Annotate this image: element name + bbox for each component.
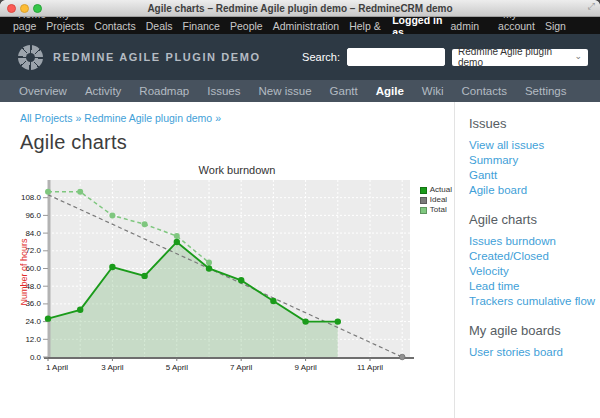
window-titlebar: Agile charts – Redmine Agile plugin demo… — [0, 0, 600, 17]
legend-label: Total — [430, 206, 447, 214]
app-header: REDMINE AGILE PLUGIN DEMO Search: Redmin… — [0, 34, 600, 80]
sidebar-link-agile-board[interactable]: Agile board — [469, 183, 600, 198]
svg-text:12.0: 12.0 — [25, 335, 41, 344]
svg-text:84.0: 84.0 — [25, 229, 41, 238]
sidebar-heading: Agile charts — [469, 212, 600, 227]
fullscreen-icon[interactable]: ⤢ — [588, 2, 595, 11]
legend-row: Actual — [420, 186, 452, 194]
search-label: Search: — [302, 51, 340, 63]
top-menu-item[interactable]: Deals — [141, 20, 178, 32]
svg-text:108.0: 108.0 — [21, 193, 42, 202]
sidebar-link-created-closed[interactable]: Created/Closed — [469, 249, 600, 264]
svg-text:0.0: 0.0 — [30, 353, 42, 362]
svg-text:3 April: 3 April — [101, 363, 123, 372]
chevron-down-icon: ⌄ — [574, 52, 582, 61]
sidebar-link-issues-burndown[interactable]: Issues burndown — [469, 234, 600, 249]
legend-swatch-icon — [420, 187, 427, 194]
breadcrumb-separator: » — [76, 112, 82, 124]
main-area: All Projects»Redmine Agile plugin demo» … — [0, 102, 454, 418]
legend-label: Ideal — [430, 196, 447, 204]
breadcrumb-link[interactable]: All Projects — [20, 112, 73, 124]
tab-settings[interactable]: Settings — [516, 85, 576, 97]
chart-legend: ActualIdealTotal — [420, 186, 452, 214]
legend-row: Ideal — [420, 196, 452, 204]
sidebar-link-view-all-issues[interactable]: View all issues — [469, 138, 600, 153]
breadcrumb-link[interactable]: Redmine Agile plugin demo — [84, 112, 212, 124]
tab-new-issue[interactable]: New issue — [249, 85, 320, 97]
legend-swatch-icon — [420, 197, 427, 204]
app-title: REDMINE AGILE PLUGIN DEMO — [53, 51, 261, 63]
page-title: Agile charts — [20, 131, 454, 154]
project-select[interactable]: Redmine Agile plugin demo ⌄ — [452, 49, 588, 66]
sidebar-heading: My agile boards — [469, 323, 600, 338]
legend-swatch-icon — [420, 207, 427, 214]
sidebar-link-trackers-cumulative-flow[interactable]: Trackers cumulative flow — [469, 294, 600, 309]
project-select-value: Redmine Agile plugin demo — [458, 46, 574, 68]
sidebar-link-lead-time[interactable]: Lead time — [469, 279, 600, 294]
top-menu-item[interactable]: Projects — [41, 20, 89, 32]
tab-roadmap[interactable]: Roadmap — [130, 85, 198, 97]
app-window: Agile charts – Redmine Agile plugin demo… — [0, 0, 600, 418]
top-menu-item[interactable]: Finance — [178, 20, 225, 32]
sidebar-link-velocity[interactable]: Velocity — [469, 264, 600, 279]
logged-in-user-link[interactable]: admin — [445, 20, 484, 32]
content: All Projects»Redmine Agile plugin demo» … — [0, 102, 600, 418]
sidebar-heading: Issues — [469, 116, 600, 131]
top-menu-bar: HomeMy pageProjectsContactsDealsFinanceP… — [0, 17, 600, 34]
svg-text:Number of hours: Number of hours — [20, 238, 29, 306]
sidebar-link-user-stories-board[interactable]: User stories board — [469, 345, 600, 360]
search-input[interactable] — [347, 48, 445, 66]
svg-text:5 April: 5 April — [166, 363, 188, 372]
window-title: Agile charts – Redmine Agile plugin demo… — [0, 3, 600, 14]
svg-text:1 April: 1 April — [46, 363, 68, 372]
sidebar-link-gantt[interactable]: Gantt — [469, 168, 600, 183]
redmine-agile-logo-icon — [18, 45, 43, 70]
chart-canvas: 0.012.024.036.048.060.072.084.096.0108.0… — [20, 177, 454, 375]
search-group: Search: Redmine Agile plugin demo ⌄ — [302, 48, 588, 66]
legend-label: Actual — [430, 186, 452, 194]
tab-overview[interactable]: Overview — [10, 85, 76, 97]
svg-text:11 April: 11 April — [357, 363, 383, 372]
tab-wiki[interactable]: Wiki — [413, 85, 453, 97]
svg-text:24.0: 24.0 — [25, 317, 41, 326]
top-menu-item[interactable]: Contacts — [89, 20, 140, 32]
tab-issues[interactable]: Issues — [198, 85, 249, 97]
sidebar: IssuesView all issuesSummaryGanttAgile b… — [454, 102, 600, 418]
svg-text:96.0: 96.0 — [25, 211, 41, 220]
tab-activity[interactable]: Activity — [76, 85, 130, 97]
legend-row: Total — [420, 206, 452, 214]
tab-gantt[interactable]: Gantt — [321, 85, 367, 97]
top-menu-item[interactable]: People — [225, 20, 268, 32]
breadcrumb-separator: » — [215, 112, 221, 124]
chart-title: Work burndown — [20, 164, 454, 176]
top-menu-item[interactable]: Administration — [268, 20, 345, 32]
svg-text:7 April: 7 April — [230, 363, 252, 372]
breadcrumb: All Projects»Redmine Agile plugin demo» — [20, 112, 454, 124]
project-nav: OverviewActivityRoadmapIssuesNew issueGa… — [0, 80, 600, 102]
tab-agile[interactable]: Agile — [367, 85, 413, 97]
sidebar-link-summary[interactable]: Summary — [469, 153, 600, 168]
svg-text:9 April: 9 April — [294, 363, 316, 372]
work-burndown-chart: Work burndown 0.012.024.036.048.060.072.… — [20, 164, 454, 379]
tab-contacts[interactable]: Contacts — [453, 85, 516, 97]
